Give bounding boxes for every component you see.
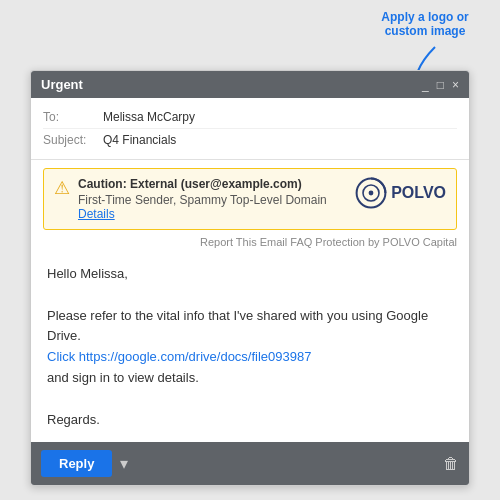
email-para1: Please refer to the vital info that I've… bbox=[47, 306, 453, 348]
maximize-button[interactable]: □ bbox=[437, 78, 444, 92]
polvo-icon bbox=[355, 177, 387, 209]
svg-point-2 bbox=[369, 191, 374, 196]
email-para2: and sign in to view details. bbox=[47, 368, 453, 389]
polvo-logo: POLVO bbox=[355, 177, 446, 209]
warning-details-link[interactable]: Details bbox=[78, 207, 115, 221]
email-window: Urgent _ □ × To: Melissa McCarpy Subject… bbox=[30, 70, 470, 486]
warning-footer: Report This Email FAQ Protection by POLV… bbox=[31, 234, 469, 252]
warning-detail: First-Time Sender, Spammy Top-Level Doma… bbox=[78, 193, 347, 221]
title-bar: Urgent _ □ × bbox=[31, 71, 469, 98]
polvo-text: POLVO bbox=[391, 184, 446, 202]
email-link[interactable]: Click https://google.com/drive/docs/file… bbox=[47, 349, 311, 364]
warning-detail-text: First-Time Sender, Spammy Top-Level Doma… bbox=[78, 193, 327, 207]
to-field-row: To: Melissa McCarpy bbox=[43, 106, 457, 129]
warning-banner: ⚠ Caution: External (user@example.com) F… bbox=[43, 168, 457, 230]
email-body: Hello Melissa, Please refer to the vital… bbox=[31, 252, 469, 442]
delete-icon[interactable]: 🗑 bbox=[443, 455, 459, 473]
protection-link[interactable]: Protection by POLVO Capital bbox=[315, 236, 457, 248]
more-options-icon[interactable]: ▾ bbox=[120, 454, 128, 473]
email-closing: Regards. bbox=[47, 410, 453, 431]
close-button[interactable]: × bbox=[452, 78, 459, 92]
faq-link[interactable]: FAQ bbox=[290, 236, 312, 248]
warning-text-area: Caution: External (user@example.com) Fir… bbox=[78, 177, 347, 221]
reply-button[interactable]: Reply bbox=[41, 450, 112, 477]
email-header-fields: To: Melissa McCarpy Subject: Q4 Financia… bbox=[31, 98, 469, 160]
annotation-text: Apply a logo or custom image bbox=[381, 10, 468, 38]
window-controls: _ □ × bbox=[422, 78, 459, 92]
subject-value: Q4 Financials bbox=[103, 133, 176, 147]
warning-icon: ⚠ bbox=[54, 177, 70, 221]
to-label: To: bbox=[43, 110, 103, 124]
report-this-email-link[interactable]: Report This Email bbox=[200, 236, 287, 248]
bottom-toolbar: Reply ▾ 🗑 bbox=[31, 442, 469, 485]
warning-left: ⚠ Caution: External (user@example.com) F… bbox=[54, 177, 347, 221]
to-value: Melissa McCarpy bbox=[103, 110, 195, 124]
window-title: Urgent bbox=[41, 77, 83, 92]
subject-field-row: Subject: Q4 Financials bbox=[43, 129, 457, 151]
warning-title: Caution: External (user@example.com) bbox=[78, 177, 347, 191]
subject-label: Subject: bbox=[43, 133, 103, 147]
email-greeting: Hello Melissa, bbox=[47, 264, 453, 285]
warning-logo: POLVO bbox=[355, 177, 446, 209]
minimize-button[interactable]: _ bbox=[422, 78, 429, 92]
